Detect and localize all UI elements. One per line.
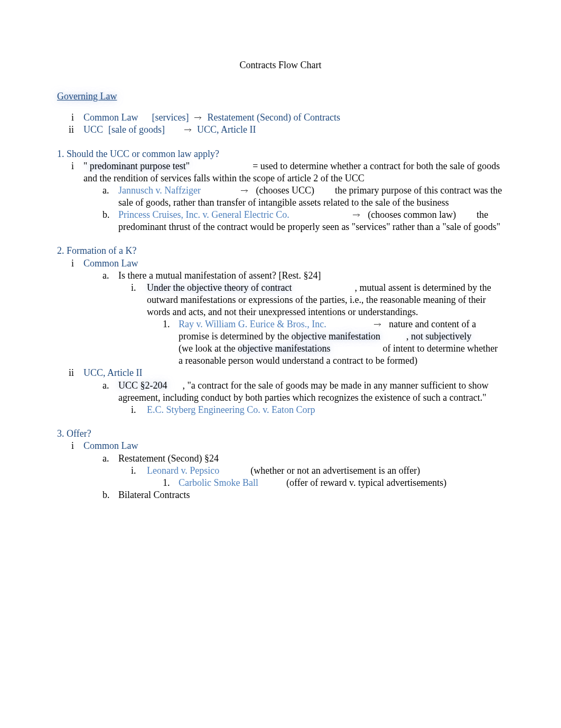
list-marker: i: [57, 440, 83, 452]
princess-cruises-case-link[interactable]: Princess Cruises, Inc. v. General Electr…: [118, 209, 289, 220]
list-marker: b.: [102, 209, 118, 221]
ray-eurice-case-link[interactable]: Ray v. William G. Eurice & Bros., Inc.: [179, 319, 326, 329]
list-marker: i.: [131, 465, 147, 477]
list-marker: 1.: [163, 477, 179, 489]
governing-law-section: Governing Law i Common Law [services] 🡒 …: [57, 90, 504, 136]
styberg-case-link[interactable]: E.C. Styberg Engineering Co. v. Eaton Co…: [147, 404, 315, 415]
arrow-icon: 🡒: [347, 210, 366, 219]
objective-manifestations-2: objective manifestations: [238, 343, 330, 354]
restatement-label: Restatement (Second) of Contracts: [207, 112, 340, 124]
ucc-2-204-bridge: , "a contract for the sale of goods may …: [183, 380, 371, 391]
list-marker: i.: [131, 404, 147, 416]
objective-theory-bridge: , mutual assent: [354, 282, 411, 293]
section-3-heading: 3. Offer?: [57, 428, 504, 440]
document-title: Contracts Flow Chart: [57, 59, 504, 71]
common-law-label: Common Law: [83, 112, 138, 124]
jannusch-case-link[interactable]: Jannusch v. Naffziger: [118, 185, 201, 196]
governing-item-ucc: ii UCC [sale of goods] 🡒 UCC, Article II: [57, 124, 504, 136]
restatement-24-item: a. Restatement (Second) §24: [57, 453, 504, 465]
objective-manifestation-1: objective manifestation: [291, 331, 380, 342]
arrow-icon: 🡒: [189, 113, 207, 123]
jannusch-item: a. Jannusch v. Naffziger 🡒 (chooses UCC)…: [57, 185, 504, 209]
not-subjectively: , not subjectively: [406, 331, 471, 342]
governing-law-heading: Governing Law: [57, 90, 504, 103]
s2-ucc-label: UCC, Article II: [83, 367, 504, 379]
ucc-2-204-code: UCC §2-204: [118, 380, 167, 391]
ray-obj2pre: look at the: [195, 343, 237, 354]
section-1-heading: 1. Should the UCC or common law apply?: [57, 148, 504, 160]
styberg-item: i. E.C. Styberg Engineering Co. v. Eaton…: [57, 404, 504, 416]
predominant-purpose-term: " predominant purpose test": [83, 161, 190, 171]
carbolic-case-link[interactable]: Carbolic Smoke Ball: [179, 477, 258, 488]
ucc-2-204-item: a. UCC §2-204 , "a contract for the sale…: [57, 380, 504, 404]
bilateral-contracts-text: Bilateral Contracts: [118, 489, 504, 501]
ray-midtail: (we: [179, 343, 193, 354]
list-marker: 1.: [163, 318, 179, 330]
list-marker: i: [57, 112, 83, 124]
s2-ucc-item: ii UCC, Article II: [57, 367, 504, 379]
section-1: 1. Should the UCC or common law apply? i…: [57, 148, 504, 234]
s3-common-law-label: Common Law: [83, 440, 504, 452]
predominant-purpose-item: i " predominant purpose test" = used to …: [57, 160, 504, 185]
ucc-bracket: [sale of goods]: [108, 124, 165, 136]
ray-eurice-item: 1. Ray v. William G. Eurice & Bros., Inc…: [57, 318, 504, 367]
carbolic-paren: (offer of reward v. typical advertisemen…: [286, 477, 446, 488]
list-marker: i.: [131, 282, 147, 294]
arrow-icon: 🡒: [368, 320, 387, 329]
list-marker: a.: [102, 185, 118, 197]
list-marker: ii: [57, 124, 83, 136]
princess-paren: (chooses common law): [368, 209, 456, 220]
mutual-assent-item: a. Is there a mutual manifestation of as…: [57, 270, 504, 282]
common-law-bracket: [services]: [152, 112, 189, 124]
list-marker: a.: [102, 270, 118, 282]
list-marker: b.: [102, 489, 118, 501]
s2-common-law-item: i Common Law: [57, 257, 504, 270]
governing-item-common-law: i Common Law [services] 🡒 Restatement (S…: [57, 112, 504, 124]
section-2-heading: 2. Formation of a K?: [57, 245, 504, 257]
ucc-label: UCC: [83, 124, 103, 136]
list-marker: a.: [102, 453, 118, 465]
list-marker: ii: [57, 367, 83, 379]
section-3: 3. Offer? i Common Law a. Restatement (S…: [57, 428, 504, 502]
leonard-pepsico-item: i. Leonard v. Pepsico (whether or not an…: [57, 465, 504, 477]
section-2: 2. Formation of a K? i Common Law a. Is …: [57, 245, 504, 416]
jannusch-paren: (chooses UCC): [256, 185, 314, 196]
objective-theory-lead: Under the objective theory of contract: [147, 282, 292, 293]
s2-common-law-label: Common Law: [83, 257, 504, 270]
princess-cruises-item: b. Princess Cruises, Inc. v. General Ele…: [57, 209, 504, 233]
arrow-icon: 🡒: [179, 125, 197, 135]
bilateral-contracts-item: b. Bilateral Contracts: [57, 489, 504, 501]
list-marker: a.: [102, 380, 118, 392]
leonard-pepsico-paren: (whether or not an advertisement is an o…: [250, 465, 420, 476]
arrow-icon: 🡒: [235, 186, 254, 195]
mutual-assent-q: Is there a mutual manifestation of assen…: [118, 270, 504, 282]
list-marker: i: [57, 160, 83, 172]
list-marker: i: [57, 257, 83, 270]
objective-theory-item: i. Under the objective theory of contrac…: [57, 282, 504, 318]
leonard-pepsico-case-link[interactable]: Leonard v. Pepsico: [147, 465, 219, 476]
restatement-24-text: Restatement (Second) §24: [118, 453, 504, 465]
ucc-article-label: UCC, Article II: [197, 124, 256, 136]
s3-common-law-item: i Common Law: [57, 440, 504, 452]
carbolic-item: 1. Carbolic Smoke Ball (offer of reward …: [57, 477, 504, 489]
